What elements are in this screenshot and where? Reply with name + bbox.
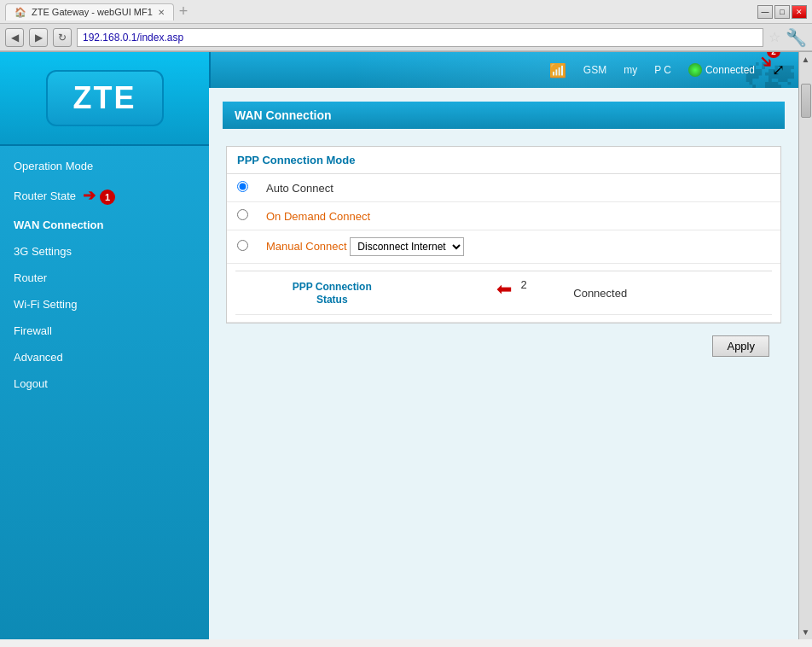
- table-row: On Demand Connect: [227, 202, 780, 230]
- back-btn[interactable]: ◀: [5, 28, 24, 47]
- annotation-arrow-3: ⬅: [496, 278, 512, 300]
- table-row: PPP ConnectionStatus Connected ⬅ 2: [235, 271, 772, 315]
- annotation-arrow-1: ➔ 1: [83, 186, 115, 205]
- sidebar-item-operation-mode[interactable]: Operation Mode: [0, 153, 209, 179]
- sidebar-item-router[interactable]: Router: [0, 265, 209, 291]
- panel-title: WAN Connection: [223, 102, 785, 129]
- section-title: PPP Connection Mode: [227, 147, 780, 174]
- apply-button[interactable]: Apply: [712, 335, 769, 357]
- on-demand-label: On Demand Connect: [258, 202, 780, 230]
- nav-bar: ◀ ▶ ↻ ☆ 🔧: [0, 24, 812, 51]
- annotation-label-3: 2: [520, 278, 526, 291]
- wan-connection-form: PPP Connection Mode Auto Connect: [226, 146, 781, 324]
- logo-text: ZTE: [73, 80, 136, 116]
- browser-chrome: 🏠 ZTE Gateway - webGUI MF1 ✕ + — □ ✕ ◀ ▶…: [0, 0, 812, 52]
- auto-connect-label: Auto Connect: [258, 174, 780, 202]
- sidebar-item-logout[interactable]: Logout: [0, 370, 209, 397]
- status-inner-table: PPP ConnectionStatus Connected ⬅ 2: [235, 271, 772, 315]
- logo-box: ZTE: [46, 70, 164, 126]
- ppp-status-label: PPP ConnectionStatus: [293, 281, 372, 306]
- scroll-down-arrow[interactable]: ▼: [799, 625, 812, 639]
- ppp-status-value: Connected: [573, 287, 627, 300]
- scrollbar[interactable]: ▲ ▼: [798, 52, 812, 639]
- manual-connect-radio[interactable]: [237, 240, 248, 251]
- table-row: Manual Connect Disconnect Internet Conne…: [227, 230, 780, 264]
- address-bar[interactable]: [77, 28, 763, 47]
- nav-menu: Operation Mode Router State ➔ 1 WAN Conn…: [0, 146, 209, 404]
- title-bar-left: 🏠 ZTE Gateway - webGUI MF1 ✕ +: [5, 3, 188, 20]
- ppp-status-row: PPP ConnectionStatus Connected ⬅ 2: [227, 264, 780, 323]
- app-layout: ZTE Operation Mode Router State ➔ 1 WAN …: [0, 52, 812, 639]
- maximize-btn[interactable]: □: [774, 5, 790, 19]
- minimize-btn[interactable]: —: [757, 5, 773, 19]
- status-bar: 🗺 📶 GSM my P C Connected ➔ 2 ⤢: [209, 52, 798, 88]
- browser-tab[interactable]: 🏠 ZTE Gateway - webGUI MF1 ✕: [5, 3, 174, 20]
- logo-area: ZTE: [0, 52, 209, 146]
- table-row: Auto Connect: [227, 174, 780, 202]
- on-demand-radio[interactable]: [237, 209, 248, 220]
- disconnect-internet-select[interactable]: Disconnect Internet Connect Internet: [350, 237, 464, 256]
- new-tab-btn[interactable]: +: [179, 3, 188, 20]
- sidebar-item-3g-settings[interactable]: 3G Settings: [0, 238, 209, 265]
- sidebar-item-firewall[interactable]: Firewall: [0, 318, 209, 344]
- sidebar: ZTE Operation Mode Router State ➔ 1 WAN …: [0, 52, 209, 639]
- scroll-up-arrow[interactable]: ▲: [799, 52, 812, 67]
- ppp-mode-table: Auto Connect On Demand Connect: [227, 174, 780, 323]
- main-panel: WAN Connection PPP Connection Mode Auto …: [209, 88, 798, 639]
- sidebar-item-wifi-setting[interactable]: Wi-Fi Setting: [0, 291, 209, 318]
- apply-btn-container: Apply: [223, 335, 781, 357]
- content-area: 🗺 📶 GSM my P C Connected ➔ 2 ⤢: [209, 52, 798, 639]
- refresh-btn[interactable]: ↻: [53, 28, 72, 47]
- connected-label: Connected: [705, 64, 755, 76]
- connected-status: Connected ➔ 2: [688, 63, 755, 77]
- bookmark-star-icon[interactable]: ☆: [768, 29, 780, 45]
- connected-globe-icon: [688, 63, 702, 77]
- scroll-thumb[interactable]: [801, 84, 811, 118]
- tab-title: ZTE Gateway - webGUI MF1: [32, 7, 153, 17]
- tab-close-btn[interactable]: ✕: [158, 8, 165, 17]
- sidebar-item-router-state[interactable]: Router State ➔ 1: [0, 179, 209, 212]
- sidebar-item-wan-connection[interactable]: WAN Connection: [0, 212, 209, 238]
- manual-connect-label: Manual Connect Disconnect Internet Conne…: [258, 230, 780, 264]
- forward-btn[interactable]: ▶: [29, 28, 48, 47]
- window-controls: — □ ✕: [757, 5, 807, 19]
- close-btn[interactable]: ✕: [792, 5, 807, 19]
- title-bar: 🏠 ZTE Gateway - webGUI MF1 ✕ + — □ ✕: [0, 0, 812, 24]
- sidebar-item-advanced[interactable]: Advanced: [0, 344, 209, 370]
- auto-connect-radio[interactable]: [237, 181, 248, 192]
- extension-icon[interactable]: 🔧: [786, 27, 807, 48]
- annotation-badge-1: 1: [100, 189, 115, 205]
